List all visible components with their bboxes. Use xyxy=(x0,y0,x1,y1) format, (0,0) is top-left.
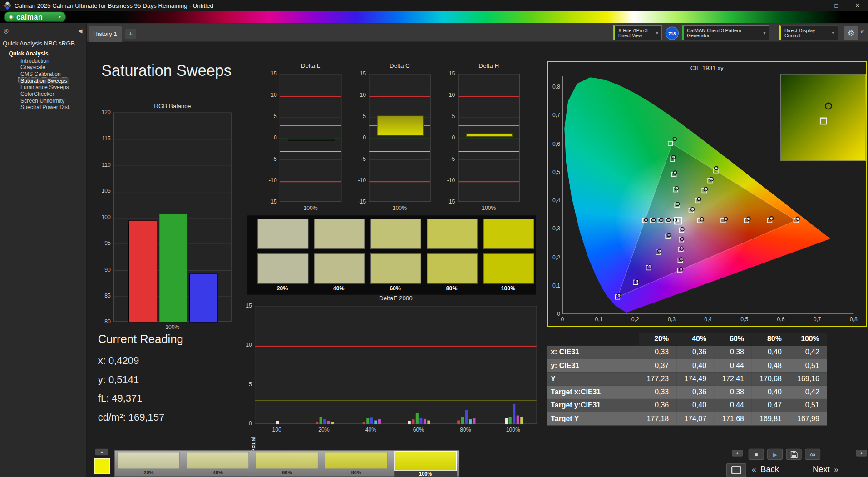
table-row-label: x: CIE31 xyxy=(547,346,639,359)
minimize-button[interactable]: – xyxy=(805,0,826,11)
sidebar-collapse-button[interactable]: ◀ xyxy=(78,28,82,34)
deltae-bar xyxy=(457,420,460,424)
sidebar-item-colorchecker[interactable]: ColorChecker xyxy=(19,91,56,97)
pattern-patch-60%[interactable]: 60% xyxy=(256,450,318,476)
meter-selector-label: X-Rite i1Pro 3 Direct View xyxy=(618,28,648,38)
maximize-button[interactable]: □ xyxy=(826,0,847,11)
pattern-patch-100%[interactable]: 100% xyxy=(394,450,457,476)
table-value-cell: 0,40 xyxy=(752,386,789,399)
stop-button[interactable]: ■ xyxy=(749,449,764,460)
table-value-cell: 0,33 xyxy=(639,386,676,399)
pattern-source-selector[interactable]: CalMAN Client 3 Pattern Generator ▾ xyxy=(682,25,769,40)
sidebar-item-spectral-power-dist-[interactable]: Spectral Power Dist. xyxy=(19,104,72,110)
table-value-cell: 0,42 xyxy=(789,386,827,399)
x-axis-label: 100% xyxy=(280,205,342,211)
ref-line-red xyxy=(459,95,519,96)
table-header-cell: 100% xyxy=(789,333,827,346)
patch-label: 60% xyxy=(256,469,318,477)
y-tick-label: 10 xyxy=(344,92,366,98)
sidebar-item-cms-calibration[interactable]: CMS Calibration xyxy=(19,71,62,77)
session-tray-button[interactable]: ▴ xyxy=(856,450,867,457)
table-value-cell: 169,81 xyxy=(752,412,789,425)
patch-label: 20% xyxy=(118,469,180,477)
pattern-window-button[interactable] xyxy=(726,463,746,477)
target-swatch-60% xyxy=(370,253,421,283)
x-axis-label: 100% xyxy=(369,205,431,211)
ref-line-yellow xyxy=(369,151,430,151)
deltae-2000-chart: DeltaE 200005101510020%40%60%80%100% xyxy=(230,295,540,434)
display-caret-icon: ▾ xyxy=(829,30,834,35)
meter-count-badge[interactable]: 713 xyxy=(666,27,679,40)
next-button[interactable]: Next » xyxy=(813,464,838,474)
pattern-patch-40%[interactable]: 40% xyxy=(187,450,249,476)
sidebar-item-introduction[interactable]: Introduction xyxy=(19,58,51,64)
play-button[interactable]: ▶ xyxy=(767,449,783,460)
workflow-sidebar: ◎ ◀ Quick Analysis NBC sRGB Quick Analys… xyxy=(0,23,87,477)
link-button[interactable]: ∞ xyxy=(805,449,820,460)
pattern-patch-20%[interactable]: 20% xyxy=(118,450,180,476)
rgb-bar-green xyxy=(158,214,187,323)
back-label: Back xyxy=(760,464,779,474)
meter-selector[interactable]: X-Rite i1Pro 3 Direct View ▾ xyxy=(613,25,662,40)
table-value-cell: 174,49 xyxy=(676,372,714,385)
cie-1931-panel: CIE 1931 xy00,10,20,30,40,50,60,70,800,1… xyxy=(547,61,867,327)
y-tick-label: 120 xyxy=(89,109,111,115)
sidebar-item-luminance-sweeps[interactable]: Luminance Sweeps xyxy=(19,84,70,90)
y-tick-label: 15 xyxy=(255,70,277,76)
pattern-patch-80%[interactable]: 80% xyxy=(325,450,388,476)
x-axis-label: 100% xyxy=(113,324,232,330)
sidebar-item-grayscale[interactable]: Grayscale xyxy=(19,64,47,70)
x-tick-label: 0 xyxy=(554,316,571,322)
deltae-bar xyxy=(513,404,515,424)
actual-swatch-60% xyxy=(370,219,421,249)
table-value-cell: 0,42 xyxy=(789,346,827,359)
pattern-patch-strip: 20%40%60%80%100% xyxy=(114,450,459,477)
table-header-cell: 40% xyxy=(676,333,714,346)
y-tick-label: 15 xyxy=(344,70,366,76)
swatch-column-label: 100% xyxy=(483,285,533,291)
delta-plot xyxy=(369,74,431,202)
table-value-cell: 0,51 xyxy=(789,399,827,412)
y-tick-label: 105 xyxy=(89,188,111,194)
sidebar-item-saturation-sweeps[interactable]: Saturation Sweeps xyxy=(19,78,69,84)
save-button[interactable] xyxy=(786,449,802,460)
table-row-label: y: CIE31 xyxy=(547,359,639,372)
measured-bar xyxy=(377,116,423,135)
workflow-root-node[interactable]: Quick Analysis xyxy=(9,50,49,56)
gridline xyxy=(114,139,231,139)
patch-label: 40% xyxy=(187,469,249,477)
table-value-cell: 0,40 xyxy=(676,359,714,372)
display-control-selector[interactable]: Direct Display Control ▾ xyxy=(779,25,838,40)
save-icon xyxy=(790,451,798,458)
deltae-bar xyxy=(473,418,475,424)
sidebar-pin-button[interactable]: ◎ xyxy=(3,27,9,35)
gear-icon: ⚙ xyxy=(848,29,854,38)
next-chevrons-icon: » xyxy=(834,464,838,473)
deltae-bar xyxy=(461,417,464,424)
close-button[interactable]: × xyxy=(847,0,868,11)
deltae-bar xyxy=(378,420,380,424)
y-tick-label: 0,4 xyxy=(548,197,560,203)
y-tick-label: -10 xyxy=(344,177,366,183)
patch-label: 100% xyxy=(394,471,457,477)
calman-logo-text: calman xyxy=(16,13,43,21)
patch-color xyxy=(394,451,457,471)
current-pattern-swatch[interactable] xyxy=(94,458,110,474)
sidebar-item-screen-uniformity[interactable]: Screen Uniformity xyxy=(19,98,66,104)
calman-logo[interactable]: ◈ calman ▾ xyxy=(4,12,66,22)
y-tick-label: 110 xyxy=(89,161,111,167)
settings-button[interactable]: ⚙ xyxy=(844,26,858,40)
table-corner-cell xyxy=(547,333,639,346)
y-tick-label: 10 xyxy=(255,92,277,98)
back-button[interactable]: « Back xyxy=(752,464,779,474)
chart-title: CIE 1931 xy xyxy=(548,64,866,71)
current-reading-line: x: 0,4209 xyxy=(98,351,237,370)
pattern-options-button[interactable]: ▴ xyxy=(95,449,108,456)
meter-tray-button[interactable]: ▴ xyxy=(732,450,743,457)
add-tab-button[interactable]: + xyxy=(125,29,136,39)
deltae-bar xyxy=(374,420,377,424)
collapse-right-panel-button[interactable]: « xyxy=(860,28,864,35)
y-tick-label: 0,6 xyxy=(548,140,560,146)
tab-history-1[interactable]: History 1 xyxy=(89,26,122,42)
chart-title: RGB Balance xyxy=(113,103,232,109)
